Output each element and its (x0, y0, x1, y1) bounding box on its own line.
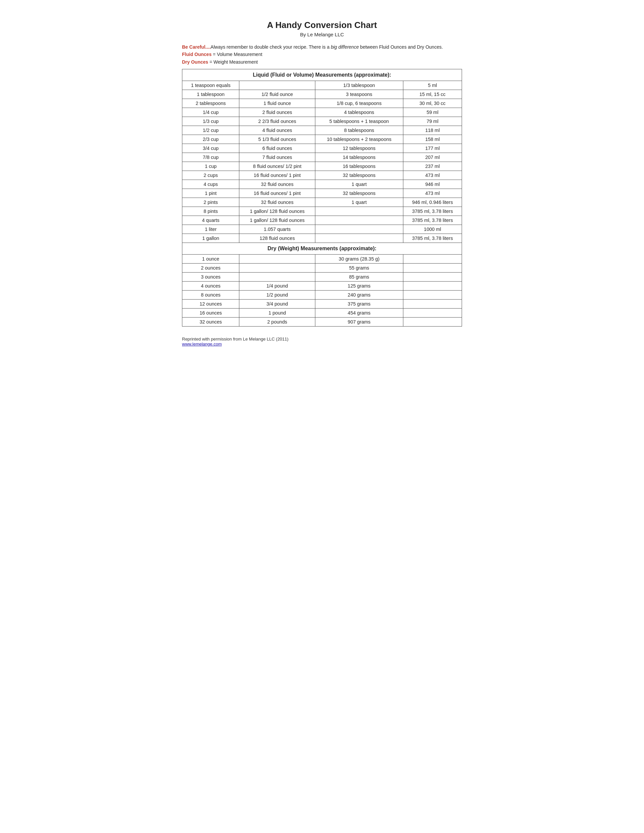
table-cell: 5 1/3 fluid ounces (239, 135, 316, 144)
table-cell: 85 grams (315, 273, 403, 281)
table-cell: 4 quarts (182, 216, 239, 225)
table-cell: 3/4 pound (239, 299, 316, 309)
table-cell: 158 ml (403, 135, 462, 144)
table-cell: 1 tablespoon (182, 90, 239, 99)
table-row: 1/3 cup2 2/3 fluid ounces5 tablespoons +… (182, 117, 462, 126)
table-row: 2 cups16 fluid ounces/ 1 pint32 tablespo… (182, 171, 462, 180)
table-cell: 1/4 cup (182, 108, 239, 117)
warning-block: Be Careful....Always remember to double … (182, 43, 462, 66)
table-cell: 32 fluid ounces (239, 180, 316, 189)
table-cell: 118 ml (403, 126, 462, 135)
table-cell: 30 grams (28.35 g) (315, 254, 403, 264)
table-row: 1 gallon128 fluid ounces3785 ml, 3.78 li… (182, 234, 462, 243)
table-cell (315, 216, 403, 225)
table-row: 1/4 cup2 fluid ounces4 tablespoons59 ml (182, 108, 462, 117)
table-cell: 1.057 quarts (239, 225, 316, 234)
table-cell: 30 ml, 30 cc (403, 99, 462, 108)
dry-section-header: Dry (Weight) Measurements (approximate): (182, 243, 462, 254)
table-cell (403, 254, 462, 264)
table-cell: 1000 ml (403, 225, 462, 234)
table-cell: 2 pounds (239, 318, 316, 326)
table-cell (403, 309, 462, 318)
table-row: 2 ounces55 grams (182, 264, 462, 273)
table-cell: 3785 ml, 3.78 liters (403, 234, 462, 243)
table-row: 4 quarts1 gallon/ 128 fluid ounces3785 m… (182, 216, 462, 225)
table-cell: 8 ounces (182, 291, 239, 299)
table-cell: 946 ml, 0.946 liters (403, 198, 462, 207)
table-cell: 5 tablespoons + 1 teaspoon (315, 117, 403, 126)
table-cell: 3785 ml, 3.78 liters (403, 207, 462, 216)
table-cell: 1/3 tablespoon (315, 81, 403, 90)
table-cell: 2/3 cup (182, 135, 239, 144)
table-cell: 3 teaspoons (315, 90, 403, 99)
dry-label-rest: = Weight Measurement (208, 60, 258, 64)
table-cell: 79 ml (403, 117, 462, 126)
table-cell: 237 ml (403, 162, 462, 171)
table-cell: 1 pound (239, 309, 316, 318)
table-cell: 1 cup (182, 162, 239, 171)
footer-link[interactable]: www.lemelange.com (182, 341, 222, 347)
table-cell: 16 ounces (182, 309, 239, 318)
table-row: 1 liter1.057 quarts1000 ml (182, 225, 462, 234)
table-cell: 16 tablespoons (315, 162, 403, 171)
conversion-table: Liquid (Fluid or Volume) Measurements (a… (182, 69, 462, 326)
table-cell (403, 291, 462, 299)
table-cell: 7/8 cup (182, 153, 239, 162)
table-cell: 2 fluid ounces (239, 108, 316, 117)
table-cell: 1 quart (315, 198, 403, 207)
table-cell (403, 299, 462, 309)
table-cell: 1 gallon/ 128 fluid ounces (239, 207, 316, 216)
table-cell: 177 ml (403, 144, 462, 153)
table-cell: 2 ounces (182, 264, 239, 273)
table-row: 1 cup8 fluid ounces/ 1/2 pint16 tablespo… (182, 162, 462, 171)
table-cell: 2 tablespoons (182, 99, 239, 108)
table-cell: 1/2 cup (182, 126, 239, 135)
table-cell: 240 grams (315, 291, 403, 299)
table-cell: 1 liter (182, 225, 239, 234)
table-cell: 8 fluid ounces/ 1/2 pint (239, 162, 316, 171)
table-cell (239, 273, 316, 281)
warning-italic: big difference (331, 44, 359, 50)
table-row: 3 ounces85 grams (182, 273, 462, 281)
table-cell: 1/4 pound (239, 281, 316, 291)
table-cell: 1/2 pound (239, 291, 316, 299)
table-cell: 32 tablespoons (315, 171, 403, 180)
table-cell: 32 ounces (182, 318, 239, 326)
table-row: 32 ounces2 pounds907 grams (182, 318, 462, 326)
table-row: 1 teaspoon equals1/3 tablespoon5 ml (182, 81, 462, 90)
table-row: 4 cups32 fluid ounces1 quart946 ml (182, 180, 462, 189)
table-row: 1/2 cup4 fluid ounces8 tablespoons118 ml (182, 126, 462, 135)
table-cell: 1 gallon (182, 234, 239, 243)
page-title: A Handy Conversion Chart (182, 20, 462, 30)
table-cell: 946 ml (403, 180, 462, 189)
table-row: 2 pints32 fluid ounces1 quart946 ml, 0.9… (182, 198, 462, 207)
warning-bold: Be Careful.... (182, 44, 211, 50)
table-row: 3/4 cup6 fluid ounces12 tablespoons177 m… (182, 144, 462, 153)
table-cell: 16 fluid ounces/ 1 pint (239, 189, 316, 198)
table-cell: 14 tablespoons (315, 153, 403, 162)
table-cell: 1 gallon/ 128 fluid ounces (239, 216, 316, 225)
table-cell: 8 pints (182, 207, 239, 216)
table-cell: 1 ounce (182, 254, 239, 264)
table-cell: 1/8 cup, 6 teaspoons (315, 99, 403, 108)
table-cell: 10 tablespoons + 2 teaspoons (315, 135, 403, 144)
table-row: 1 tablespoon1/2 fluid ounce3 teaspoons15… (182, 90, 462, 99)
table-cell (403, 318, 462, 326)
table-cell: 1 pint (182, 189, 239, 198)
table-cell: 3 ounces (182, 273, 239, 281)
table-cell: 5 ml (403, 81, 462, 90)
table-row: 2 tablespoons1 fluid ounce1/8 cup, 6 tea… (182, 99, 462, 108)
table-cell: 32 tablespoons (315, 189, 403, 198)
table-cell: 4 ounces (182, 281, 239, 291)
table-cell: 7 fluid ounces (239, 153, 316, 162)
table-cell: 2 pints (182, 198, 239, 207)
table-cell (315, 225, 403, 234)
table-cell: 4 cups (182, 180, 239, 189)
table-cell (315, 234, 403, 243)
dry-label: Dry Ounces (182, 60, 208, 64)
table-cell (239, 264, 316, 273)
table-cell: 2 2/3 fluid ounces (239, 117, 316, 126)
table-cell (403, 281, 462, 291)
table-cell: 473 ml (403, 171, 462, 180)
table-cell: 125 grams (315, 281, 403, 291)
